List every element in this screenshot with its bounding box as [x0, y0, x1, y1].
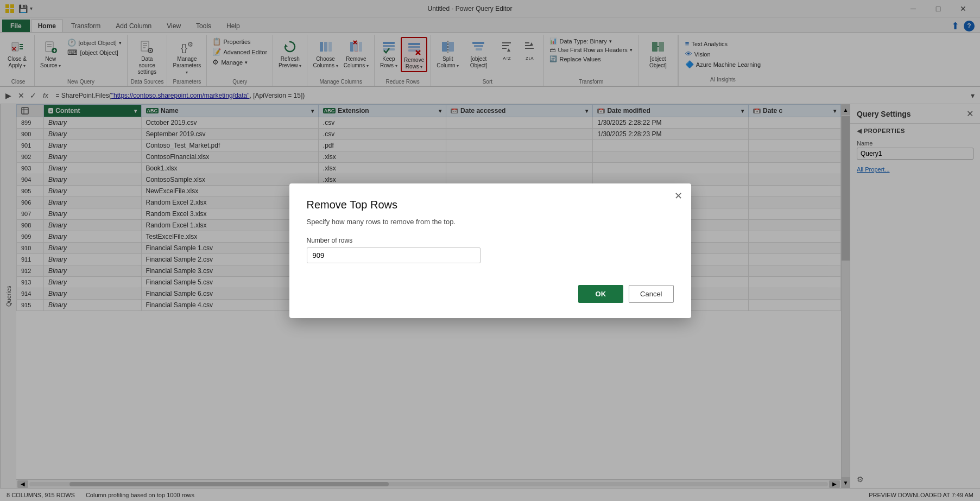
- remove-top-rows-modal: ✕ Remove Top Rows Specify how many rows …: [289, 183, 691, 318]
- cancel-button[interactable]: Cancel: [629, 285, 673, 303]
- ok-button[interactable]: OK: [578, 285, 624, 303]
- number-of-rows-label: Number of rows: [307, 237, 674, 244]
- modal-close-button[interactable]: ✕: [674, 190, 682, 202]
- modal-description: Specify how many rows to remove from the…: [307, 218, 674, 226]
- number-of-rows-input[interactable]: [307, 248, 480, 263]
- modal-buttons: OK Cancel: [307, 285, 674, 303]
- modal-title: Remove Top Rows: [307, 199, 674, 211]
- modal-overlay[interactable]: ✕ Remove Top Rows Specify how many rows …: [0, 0, 980, 501]
